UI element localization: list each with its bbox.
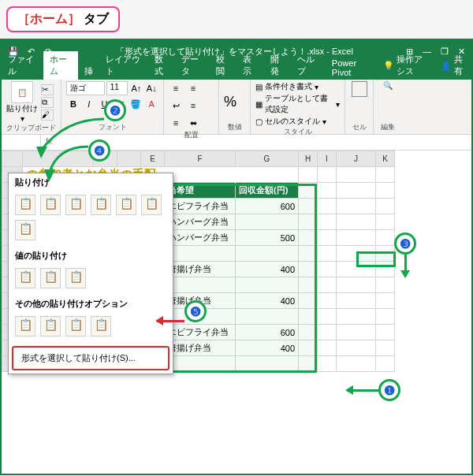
fill-color-icon[interactable]: 🪣 [128,97,143,111]
cell[interactable] [376,199,395,214]
format-painter-icon[interactable]: 🖌 [41,110,54,121]
font-size-select[interactable]: 11 [106,81,128,95]
select-all[interactable] [2,151,23,167]
decrease-font-icon[interactable]: A↓ [145,81,158,95]
cell[interactable]: ハンバーグ弁当 [165,230,236,246]
cell[interactable] [376,246,395,262]
align-left-icon[interactable]: ≡ [186,99,200,113]
font-name-select[interactable]: 游ゴ [66,81,105,95]
tab-help[interactable]: ヘルプ [291,51,326,80]
col-header[interactable]: E [141,151,165,167]
cell[interactable] [337,199,376,214]
cell[interactable] [318,340,337,356]
tab-file[interactable]: ファイル [2,51,43,80]
cell[interactable] [318,214,337,230]
tab-insert[interactable]: 挿 [78,63,99,80]
table-header-amount[interactable]: 回収金額(円) [236,183,299,199]
cell[interactable] [337,230,376,246]
cell[interactable] [337,293,376,309]
align-mid-icon[interactable]: ≡ [186,81,200,95]
paste-option-icon[interactable] [116,195,136,215]
cell[interactable] [337,356,376,372]
merge-icon[interactable]: ⬌ [186,116,200,130]
chevron-down-icon[interactable]: ▾ [20,114,24,123]
paste-values-icon[interactable] [40,268,61,288]
align-top-icon[interactable]: ≡ [169,81,183,95]
cell[interactable] [337,262,376,277]
cell[interactable] [236,356,299,372]
cell[interactable] [318,199,337,214]
cell[interactable]: 600 [236,325,299,340]
name-box[interactable] [2,135,41,150]
cell[interactable] [318,230,337,246]
cell[interactable] [318,246,337,262]
cell[interactable] [299,199,318,214]
cell[interactable] [376,356,395,372]
col-header[interactable]: F [165,151,236,167]
cell[interactable] [376,230,395,246]
cell[interactable] [318,356,337,372]
cell[interactable]: 400 [236,340,299,356]
tab-view[interactable]: 表示 [236,51,263,80]
cell[interactable] [236,214,299,230]
tab-home[interactable]: ホーム [43,51,78,80]
align-center-icon[interactable]: ≡ [169,116,183,130]
col-header[interactable]: G [236,151,299,167]
cell[interactable] [376,214,395,230]
cell[interactable] [318,325,337,340]
cell[interactable] [337,340,376,356]
copy-icon[interactable]: ⧉ [41,97,54,108]
conditional-format-button[interactable]: ▤条件付き書式▾ [255,81,340,92]
cut-icon[interactable]: ✂ [41,84,54,95]
paste-special-item[interactable]: 形式を選択して貼り付け(S)... [12,346,169,370]
table-header-bento[interactable]: 当希望 [165,183,236,199]
percent-icon[interactable]: % [224,94,236,110]
wrap-text-icon[interactable]: ↩ [169,99,183,113]
cell[interactable] [165,356,236,372]
cell[interactable] [376,340,395,356]
cell[interactable] [299,230,318,246]
paste-option-icon[interactable] [65,195,86,215]
cell[interactable]: 600 [236,199,299,214]
cell[interactable] [337,277,376,293]
font-color-icon[interactable]: A [144,97,158,111]
tell-me[interactable]: 💡操作アシス [377,51,434,80]
cell-styles-button[interactable]: ▢セルのスタイル▾ [255,116,340,127]
cell[interactable] [299,340,318,356]
cells-icon[interactable] [352,81,367,97]
paste-other-icon[interactable] [91,316,111,337]
cell[interactable]: 400 [236,262,299,277]
tab-dev[interactable]: 開発 [264,51,291,80]
col-header[interactable]: I [318,151,337,167]
paste-option-icon[interactable] [15,195,35,215]
share-button[interactable]: 👤共有 [434,51,471,80]
cell[interactable]: 唐揚げ弁当 [165,340,236,356]
cell[interactable] [299,277,318,293]
cell[interactable]: 唐揚げ弁当 [165,262,236,277]
cell[interactable] [376,325,395,340]
col-header[interactable]: H [299,151,318,167]
cell[interactable] [299,246,318,262]
paste-option-icon[interactable] [40,195,61,215]
cell[interactable] [299,325,318,340]
tab-powerpivot[interactable]: Power Pivot [326,56,377,80]
col-header[interactable] [117,151,141,167]
paste-other-icon[interactable] [65,316,86,337]
col-header[interactable]: K [376,151,395,167]
cell[interactable]: ハンバーグ弁当 [165,214,236,230]
fx-icon[interactable]: fx [41,135,58,150]
cell[interactable] [376,293,395,309]
paste-other-icon[interactable] [15,316,35,337]
tab-layout[interactable]: レイアウト [99,51,148,80]
paste-option-icon[interactable] [91,195,111,215]
cell[interactable] [337,325,376,340]
cell[interactable] [299,356,318,372]
paste-button[interactable]: 📋 貼り付け ▾ [6,81,38,123]
cell[interactable] [337,214,376,230]
cell[interactable] [337,246,376,262]
cell[interactable] [337,309,376,325]
find-icon[interactable]: 🔍 [383,81,393,90]
tab-formulas[interactable]: 数式 [148,51,175,80]
cell[interactable] [318,309,337,325]
cell[interactable]: エビフライ弁当 [165,199,236,214]
